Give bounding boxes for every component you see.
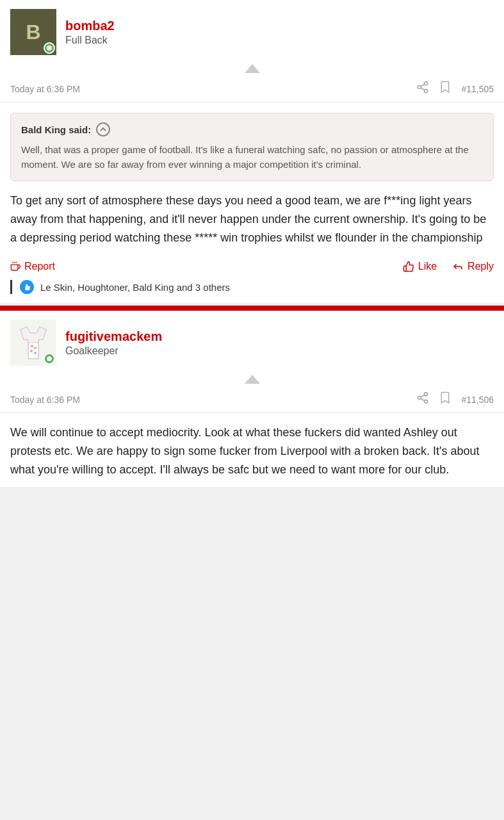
svg-line-4 — [421, 84, 425, 86]
likes-bar-1: Le Skin, Houghtoner, Bald King and 3 oth… — [10, 280, 504, 294]
share-icon-2[interactable] — [416, 391, 429, 407]
like-button-1[interactable]: Like — [403, 261, 437, 272]
user-header-1: B bomba2 Full Back — [0, 0, 504, 62]
share-icon-1[interactable] — [416, 81, 429, 97]
username-1: bomba2 — [65, 19, 115, 33]
quote-text-1: Well, that was a proper game of football… — [21, 143, 483, 172]
svg-point-12 — [34, 347, 37, 349]
post-card-2: fugitivemackem Goalkeeper Today at 6:36 … — [0, 311, 504, 486]
reply-label-1: Reply — [467, 261, 494, 272]
likes-section-1: Le Skin, Houghtoner, Bald King and 3 oth… — [0, 280, 504, 303]
user-info-1: bomba2 Full Back — [65, 19, 115, 46]
post-text-1: To get any sort of atmosphere these days… — [10, 192, 494, 247]
chevron-icon-1 — [245, 64, 260, 73]
avatar-2 — [10, 320, 56, 366]
svg-line-18 — [421, 399, 425, 401]
svg-point-0 — [425, 82, 428, 85]
online-indicator-1 — [44, 42, 55, 54]
avatar-1: B — [10, 9, 56, 55]
post-meta-right-1: #11,505 — [416, 81, 494, 97]
svg-point-17 — [425, 400, 428, 404]
post-body-2: We will continue to accept mediocrity. L… — [0, 413, 504, 486]
chevron-row-2 — [0, 372, 504, 385]
red-divider — [0, 306, 504, 311]
user-role-2: Goalkeeper — [65, 345, 162, 357]
post-meta-right-2: #11,506 — [416, 391, 494, 407]
likes-text-1: Le Skin, Houghtoner, Bald King and 3 oth… — [40, 282, 230, 293]
report-button-1[interactable]: Report — [10, 261, 55, 272]
svg-point-14 — [34, 352, 37, 354]
svg-point-1 — [418, 86, 421, 89]
user-role-1: Full Back — [65, 35, 115, 46]
up-arrow-icon-1[interactable] — [96, 122, 110, 136]
action-btn-group-1: Like Reply — [403, 261, 494, 272]
report-label-1: Report — [24, 261, 55, 272]
svg-line-19 — [421, 395, 425, 397]
post-meta-2: Today at 6:36 PM #11,506 — [0, 385, 504, 413]
post-time-1: Today at 6:36 PM — [10, 84, 80, 94]
post-number-1: #11,505 — [461, 84, 494, 94]
svg-point-11 — [31, 345, 33, 347]
post-card-1: B bomba2 Full Back Today at 6:36 PM — [0, 0, 504, 303]
chevron-row-1 — [0, 62, 504, 74]
svg-point-13 — [30, 350, 33, 352]
quote-author-1: Bald King said: — [21, 122, 483, 136]
action-row-1: Report Like Reply — [0, 254, 504, 280]
bookmark-icon-2[interactable] — [439, 391, 451, 407]
svg-point-16 — [418, 397, 421, 400]
post-meta-1: Today at 6:36 PM #11,505 — [0, 74, 504, 102]
chevron-icon-2 — [245, 375, 260, 384]
post-body-1: Bald King said: Well, that was a proper … — [0, 102, 504, 254]
like-label-1: Like — [418, 261, 437, 272]
bookmark-icon-1[interactable] — [439, 81, 451, 97]
svg-line-3 — [421, 88, 425, 90]
reply-button-1[interactable]: Reply — [452, 261, 494, 272]
post-time-2: Today at 6:36 PM — [10, 395, 80, 405]
post-number-2: #11,506 — [461, 395, 494, 405]
svg-point-2 — [425, 89, 428, 92]
user-info-2: fugitivemackem Goalkeeper — [65, 329, 162, 357]
quote-author-text-1: Bald King said: — [21, 124, 91, 135]
quote-block-1: Bald King said: Well, that was a proper … — [10, 113, 494, 181]
user-header-2: fugitivemackem Goalkeeper — [0, 311, 504, 372]
username-2: fugitivemackem — [65, 329, 162, 344]
svg-point-15 — [425, 393, 428, 396]
post-text-2: We will continue to accept mediocrity. L… — [10, 423, 494, 479]
likes-thumb-icon-1 — [20, 280, 34, 294]
